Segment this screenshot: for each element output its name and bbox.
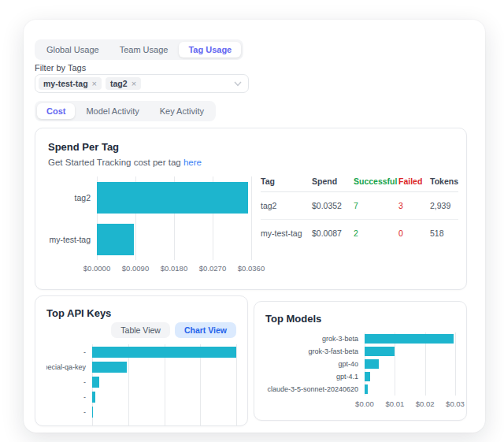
spend-per-tag-chart: tag2my-test-tag $0.0000$0.0090$0.0180$0.… xyxy=(48,176,251,273)
chart-plot-area: $0.00$0.01$0.02$0.03 xyxy=(365,332,455,408)
table-view-button[interactable]: Table View xyxy=(111,322,170,338)
header-failed: Failed xyxy=(398,176,430,186)
chart-bar-row xyxy=(365,383,455,396)
bottom-cards-row: Top API Keys Table View Chart View -peci… xyxy=(35,295,467,426)
header-successful: Successful xyxy=(354,176,398,186)
cell-tag: my-test-tag xyxy=(261,228,312,238)
x-axis-tick-label: $0.01 xyxy=(385,399,404,408)
tag-chip-label: my-test-tag xyxy=(43,79,88,88)
chart-category-label: my-test-tag xyxy=(48,218,97,260)
spend-card-body: tag2my-test-tag $0.0000$0.0090$0.0180$0.… xyxy=(48,176,454,273)
chart-bar-row xyxy=(97,218,251,260)
chart-category-label: - xyxy=(46,344,92,359)
spend-per-tag-title: Spend Per Tag xyxy=(48,141,454,153)
top-models-card: Top Models grok-3-betagrok-3-fast-betagp… xyxy=(254,301,467,421)
tab-global-usage[interactable]: Global Usage xyxy=(37,42,109,58)
table-header-row: Tag Spend Successful Failed Tokens xyxy=(261,176,458,192)
bar-my-test-tag[interactable] xyxy=(97,224,134,255)
view-toggle: Table View Chart View xyxy=(46,322,236,338)
tab-model-activity[interactable]: Model Activity xyxy=(76,103,148,119)
bar-pecial-qa-key[interactable] xyxy=(92,362,127,373)
x-axis-ticks: $0.0000$0.0090$0.0180$0.0270$0.0360 xyxy=(97,260,251,273)
bar-grok-3-beta[interactable] xyxy=(365,334,454,344)
bar-gpt-4o[interactable] xyxy=(365,359,379,369)
chart-bar-row xyxy=(92,374,236,389)
chart-bar-row xyxy=(97,176,251,218)
get-started-link[interactable]: here xyxy=(183,158,202,167)
tab-key-activity[interactable]: Key Activity xyxy=(150,103,213,119)
bar-tag2[interactable] xyxy=(97,182,248,214)
remove-tag-icon[interactable]: × xyxy=(92,80,97,88)
bar-gpt-4.1[interactable] xyxy=(365,372,370,381)
header-spend: Spend xyxy=(312,176,354,186)
top-api-keys-chart: -pecial-qa-key--- xyxy=(46,344,236,425)
chart-category-label: gpt-4o xyxy=(265,358,365,370)
bar-grok-3-fast-beta[interactable] xyxy=(365,347,395,356)
header-tokens: Tokens xyxy=(430,176,458,186)
subtitle-text: Get Started Tracking cost per tag xyxy=(48,158,181,167)
tag-chip: tag2 × xyxy=(106,77,141,90)
x-axis-tick-label: $0.0270 xyxy=(199,264,226,273)
chart-bar-row xyxy=(92,344,236,359)
chart-bar-row xyxy=(92,404,236,419)
chart-category-label: gpt-4.1 xyxy=(265,370,365,383)
top-api-keys-card: Top API Keys Table View Chart View -peci… xyxy=(35,295,248,426)
x-axis-tick-label: $0.0180 xyxy=(161,264,187,273)
chart-category-label: grok-3-fast-beta xyxy=(265,345,365,358)
chart-bar-row xyxy=(365,358,455,370)
table-row: tag2 $0.0352 7 3 2,939 xyxy=(261,192,458,220)
tab-team-usage[interactable]: Team Usage xyxy=(110,42,178,58)
usage-tabbar: Global Usage Team Usage Tag Usage xyxy=(35,39,243,60)
cell-successful: 7 xyxy=(354,201,398,210)
cell-successful: 2 xyxy=(354,228,398,238)
chart-category-label: tag2 xyxy=(48,176,97,218)
tag-filter-select[interactable]: my-test-tag × tag2 × xyxy=(35,74,249,93)
spend-per-tag-card: Spend Per Tag Get Started Tracking cost … xyxy=(35,128,467,290)
bar--[interactable] xyxy=(92,347,236,358)
remove-tag-icon[interactable]: × xyxy=(132,80,136,88)
bar--[interactable] xyxy=(92,392,95,403)
chart-bar-row xyxy=(92,389,236,404)
chart-y-labels: -pecial-qa-key--- xyxy=(46,344,92,425)
bar--[interactable] xyxy=(92,407,93,418)
cell-spend: $0.0087 xyxy=(312,228,354,238)
cell-failed: 3 xyxy=(398,201,430,210)
chart-category-label: - xyxy=(46,389,92,404)
top-models-chart: grok-3-betagrok-3-fast-betagpt-4ogpt-4.1… xyxy=(265,332,455,408)
cell-spend: $0.0352 xyxy=(312,201,354,210)
chart-y-labels: grok-3-betagrok-3-fast-betagpt-4ogpt-4.1… xyxy=(265,332,365,408)
tag-chip-label: tag2 xyxy=(110,79,128,88)
spend-per-tag-subtitle: Get Started Tracking cost per tag here xyxy=(48,158,454,167)
chart-category-label: - xyxy=(46,374,92,389)
gridline xyxy=(251,176,252,260)
chart-category-label: grok-3-beta xyxy=(265,332,365,345)
cell-tag: tag2 xyxy=(261,201,312,210)
chart-category-label: claude-3-5-sonnet-20240620 xyxy=(265,383,365,396)
gridline xyxy=(236,344,237,425)
x-axis-tick-label: $0.0000 xyxy=(83,264,110,273)
tag-stats-table: Tag Spend Successful Failed Tokens tag2 … xyxy=(261,176,458,273)
top-api-keys-title: Top API Keys xyxy=(46,307,236,319)
chart-category-label: - xyxy=(46,404,92,419)
chart-bar-row xyxy=(365,370,455,383)
bar-claude-3-5-sonnet-20240620[interactable] xyxy=(365,384,368,394)
chart-bar-row xyxy=(365,345,455,358)
tab-tag-usage[interactable]: Tag Usage xyxy=(179,42,241,58)
cell-tokens: 518 xyxy=(430,228,458,238)
chevron-down-icon[interactable] xyxy=(234,81,242,87)
x-axis-ticks: $0.00$0.01$0.02$0.03 xyxy=(365,396,455,408)
x-axis-tick-label: $0.03 xyxy=(446,399,465,408)
page-background: Global Usage Team Usage Tag Usage Filter… xyxy=(0,0,504,442)
chart-y-labels: tag2my-test-tag xyxy=(48,176,97,273)
cell-tokens: 2,939 xyxy=(430,201,458,210)
report-tabbar: Cost Model Activity Key Activity xyxy=(35,101,216,121)
bar--[interactable] xyxy=(92,377,99,388)
chart-bar-row xyxy=(365,332,455,345)
gridline xyxy=(455,332,456,396)
tab-cost[interactable]: Cost xyxy=(37,103,75,119)
chart-view-button[interactable]: Chart View xyxy=(175,322,236,338)
x-axis-tick-label: $0.0360 xyxy=(238,264,265,273)
cell-failed: 0 xyxy=(398,228,430,238)
chart-bar-row xyxy=(92,359,236,374)
x-axis-tick-label: $0.00 xyxy=(355,399,374,408)
